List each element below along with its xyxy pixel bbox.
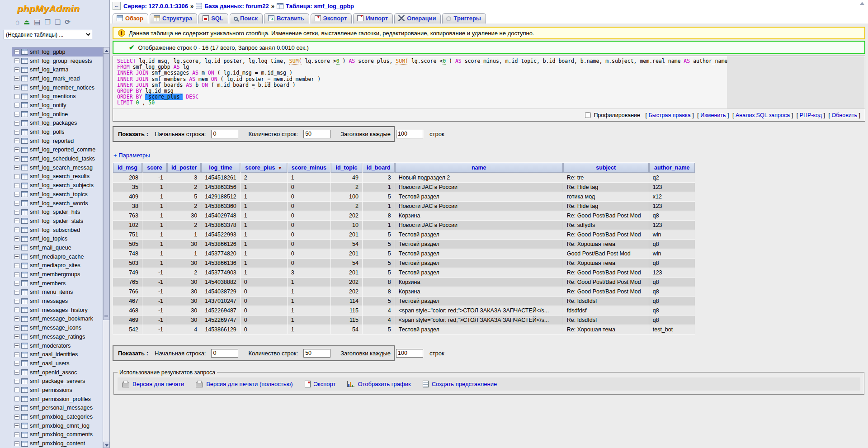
sidebar-item-smf_message_bookmark[interactable]: smf_message_bookmark <box>12 315 103 324</box>
sidebar-item-smf_membergroups[interactable]: smf_membergroups <box>12 270 103 279</box>
column-header-score[interactable]: score <box>142 163 167 173</box>
recent-tables-select[interactable]: (Недавние таблицы) ... <box>4 30 92 39</box>
column-header-id_board[interactable]: id_board <box>363 163 395 173</box>
expander-icon[interactable] <box>14 218 19 223</box>
tab-export[interactable]: Экспорт <box>311 13 352 24</box>
sidebar-item-smf_log_topics[interactable]: smf_log_topics <box>12 234 103 243</box>
expander-icon[interactable] <box>14 343 19 348</box>
expander-icon[interactable] <box>14 138 19 143</box>
expander-icon[interactable] <box>14 290 19 295</box>
display-chart-link[interactable]: Отобразить график <box>347 381 410 387</box>
column-header-author_name[interactable]: author_name <box>649 163 695 173</box>
expander-icon[interactable] <box>14 432 19 437</box>
tab-sql[interactable]: SQL <box>198 13 228 24</box>
column-header-id_poster[interactable]: id_poster <box>167 163 201 173</box>
scroll-down-icon[interactable] <box>103 442 109 448</box>
refresh-link[interactable]: Обновить <box>831 112 857 118</box>
start-row-input[interactable] <box>211 349 238 358</box>
params-toggle-link[interactable]: + Параметры <box>113 152 150 159</box>
expander-icon[interactable] <box>14 58 19 63</box>
sidebar-item-smf_mail_queue[interactable]: smf_mail_queue <box>12 243 103 252</box>
sidebar-item-smf_log_member_notices[interactable]: smf_log_member_notices <box>12 83 103 92</box>
sidebar-item-smf_permission_profiles[interactable]: smf_permission_profiles <box>12 395 103 404</box>
tab-insert[interactable]: Вставить <box>264 13 309 24</box>
back-arrow-button[interactable]: ← <box>113 2 121 10</box>
expander-icon[interactable] <box>14 67 19 72</box>
home-icon[interactable]: ⌂ <box>15 19 19 25</box>
reload-icon[interactable]: ⟳ <box>65 19 71 25</box>
sidebar-item-smf_log_online[interactable]: smf_log_online <box>12 110 103 119</box>
logout-icon[interactable]: ⏏ <box>24 19 30 25</box>
sidebar-item-smf_message_ratings[interactable]: smf_message_ratings <box>12 332 103 341</box>
expander-icon[interactable] <box>14 272 19 277</box>
expander-icon[interactable] <box>14 245 19 250</box>
sidebar-item-smf_moderators[interactable]: smf_moderators <box>12 341 103 350</box>
sidebar-item-smf_log_subscribed[interactable]: smf_log_subscribed <box>12 226 103 235</box>
expander-icon[interactable] <box>14 415 19 420</box>
sidebar-item-smf_log_karma[interactable]: smf_log_karma <box>12 65 103 74</box>
expander-icon[interactable] <box>14 254 19 259</box>
sidebar-item-smf_log_search_messag[interactable]: smf_log_search_messag <box>12 163 103 172</box>
column-header-id_topic[interactable]: id_topic <box>331 163 362 173</box>
expander-icon[interactable] <box>14 396 19 401</box>
pma-docs-icon[interactable]: ❐ <box>44 19 50 25</box>
column-header-name[interactable]: name <box>395 163 563 173</box>
expander-icon[interactable] <box>14 121 19 126</box>
expander-icon[interactable] <box>14 406 19 410</box>
print-view-link[interactable]: Версия для печати <box>122 381 184 387</box>
profiling-checkbox[interactable] <box>585 112 591 118</box>
expander-icon[interactable] <box>14 227 19 232</box>
tab-structure[interactable]: Структура <box>150 13 197 24</box>
tab-browse[interactable]: Обзор <box>113 13 148 24</box>
sidebar-item-smf_log_spider_hits[interactable]: smf_log_spider_hits <box>12 207 103 217</box>
sidebar-item-smf_personal_messages[interactable]: smf_personal_messages <box>12 404 103 413</box>
sidebar-item-smf_message_icons[interactable]: smf_message_icons <box>12 323 103 332</box>
expander-icon[interactable] <box>14 361 19 366</box>
sidebar-item-smf_log_search_subjects[interactable]: smf_log_search_subjects <box>12 181 103 190</box>
expander-icon[interactable] <box>14 49 19 54</box>
column-header-log_time[interactable]: log_time <box>201 163 240 173</box>
print-view-full-link[interactable]: Версия для печати (полностью) <box>196 381 292 387</box>
create-view-link[interactable]: Создать представление <box>423 381 497 387</box>
expander-icon[interactable] <box>14 352 19 357</box>
expander-icon[interactable] <box>14 316 19 321</box>
inline-edit-link[interactable]: Быстрая правка <box>648 112 690 118</box>
sidebar-item-smf_log_gpbp[interactable]: smf_log_gpbp <box>12 47 103 57</box>
expander-icon[interactable] <box>14 76 19 81</box>
edit-link[interactable]: Изменить <box>700 112 726 118</box>
sidebar-item-smf_log_mark_read[interactable]: smf_log_mark_read <box>12 74 103 83</box>
sidebar-item-smf_oasl_identities[interactable]: smf_oasl_identities <box>12 350 103 359</box>
sidebar-item-smf_log_notify[interactable]: smf_log_notify <box>12 101 103 110</box>
sidebar-item-smf_log_reported[interactable]: smf_log_reported <box>12 137 103 146</box>
sidebar-item-smf_log_mentions[interactable]: smf_log_mentions <box>12 92 103 101</box>
expander-icon[interactable] <box>14 183 19 188</box>
tab-import[interactable]: Импорт <box>353 13 393 24</box>
expander-icon[interactable] <box>14 112 19 117</box>
expander-icon[interactable] <box>14 165 19 170</box>
start-row-input[interactable] <box>211 130 238 138</box>
expander-icon[interactable] <box>14 201 19 206</box>
column-header-score_plus[interactable]: score_plus▼ <box>241 163 287 173</box>
expander-icon[interactable] <box>14 174 19 179</box>
sidebar-item-smf_pmxblog_cmnt_log[interactable]: smf_pmxblog_cmnt_log <box>12 421 103 430</box>
expander-icon[interactable] <box>14 387 19 392</box>
sidebar-item-smf_log_search_results[interactable]: smf_log_search_results <box>12 172 103 181</box>
expander-icon[interactable] <box>14 192 19 197</box>
sidebar-item-smf_messages[interactable]: smf_messages <box>12 297 103 306</box>
sidebar-item-smf_members[interactable]: smf_members <box>12 279 103 288</box>
breadcrumb-database-link[interactable]: База данных: forum22 <box>204 3 269 9</box>
mysql-docs-icon[interactable]: ❑ <box>55 19 61 25</box>
sidebar-item-smf_log_scheduled_tasks[interactable]: smf_log_scheduled_tasks <box>12 154 103 163</box>
sidebar-item-smf_log_reported_comme[interactable]: smf_log_reported_comme <box>12 146 103 155</box>
sidebar-item-smf_permissions[interactable]: smf_permissions <box>12 386 103 395</box>
expander-icon[interactable] <box>14 85 19 90</box>
scrollbar-thumb[interactable] <box>103 53 109 320</box>
sidebar-scrollbar[interactable] <box>103 47 109 448</box>
headers-every-input[interactable] <box>396 130 423 138</box>
sidebar-item-smf_log_polls[interactable]: smf_log_polls <box>12 127 103 137</box>
sidebar-item-smf_menu_items[interactable]: smf_menu_items <box>12 288 103 297</box>
num-rows-input[interactable] <box>303 130 330 138</box>
sql-window-icon[interactable]: ▤ <box>34 19 40 25</box>
php-code-link[interactable]: PHP-код <box>800 112 822 118</box>
expander-icon[interactable] <box>14 379 19 384</box>
